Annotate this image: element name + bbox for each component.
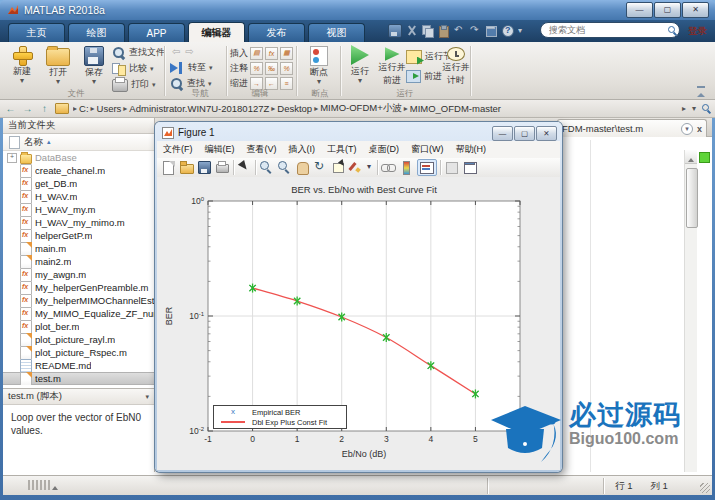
figure-toolbar-icon[interactable] [349, 160, 364, 175]
details-collapse-icon[interactable]: ▾ [145, 393, 149, 401]
run-button[interactable]: 运行▾ [344, 45, 376, 87]
breadcrumb-item[interactable]: Users [97, 103, 122, 114]
edit-mini-icon[interactable]: % [250, 62, 263, 75]
tab-close-icon[interactable]: x [697, 124, 702, 134]
quick-access-icon[interactable]: ? [502, 25, 514, 37]
quick-access-icon[interactable] [438, 25, 450, 37]
file-row[interactable]: My_helperGenPreamble.m [3, 281, 154, 294]
scrollbar-thumb[interactable] [686, 168, 698, 228]
figure-menu-item[interactable]: 插入(I) [283, 143, 322, 156]
quick-access-icon[interactable] [422, 25, 434, 37]
figure-toolbar-icon[interactable] [259, 160, 274, 175]
open-button[interactable]: 打开▾ [42, 45, 74, 87]
figure-maximize-button[interactable]: ▢ [514, 126, 535, 141]
figure-menu-item[interactable]: 工具(T) [321, 143, 363, 156]
figure-toolbar-icon[interactable] [331, 160, 346, 175]
find-files-button[interactable]: 查找文件 [112, 46, 165, 59]
edit-mini-icon[interactable]: ‰ [265, 62, 278, 75]
file-row[interactable]: + DataBase [3, 151, 154, 164]
figure-title-bar[interactable]: Figure 1 — ▢ ✕ [157, 124, 560, 141]
breadcrumb-item[interactable]: MIMO_OFDM-master [410, 103, 501, 114]
nav-arrows[interactable]: ⇦ ⇨ [172, 45, 195, 58]
file-row[interactable]: plot_picture_Rspec.m [3, 346, 154, 359]
edit-row[interactable]: 插入 ▤ fx ▦ [230, 46, 293, 60]
file-row[interactable]: plot_ber.m [3, 320, 154, 333]
search-input[interactable] [547, 24, 668, 36]
resize-grip[interactable] [700, 483, 710, 493]
file-row[interactable]: main.m [3, 242, 154, 255]
current-folder-header[interactable]: 当前文件夹 [3, 118, 154, 134]
address-nav-icon[interactable]: → [21, 102, 34, 115]
print-button[interactable]: 打印▾ [112, 78, 156, 91]
figure-toolbar-icon[interactable] [444, 160, 459, 175]
close-button[interactable]: ✕ [682, 2, 709, 18]
address-search-icon[interactable] [702, 104, 711, 113]
details-header[interactable]: test.m (脚本) ▾ [3, 389, 154, 405]
figure-toolbar-icon[interactable] [440, 160, 441, 175]
figure-toolbar-icon[interactable] [197, 160, 212, 175]
figure-toolbar-icon[interactable] [161, 160, 176, 175]
figure-toolbar-icon[interactable] [462, 160, 477, 175]
file-row[interactable]: My_MIMO_Equalize_ZF_numS [3, 307, 154, 320]
ribbon-tab-6[interactable]: 视图 [308, 23, 365, 42]
quick-access-icon[interactable]: ↶ [454, 25, 466, 37]
figure-close-button[interactable]: ✕ [536, 126, 557, 141]
quick-access-icon[interactable]: ▾ [518, 25, 530, 37]
figure-menu-item[interactable]: 窗口(W) [405, 143, 450, 156]
quick-access-icon[interactable] [388, 24, 402, 38]
file-row[interactable]: create_chanel.m [3, 164, 154, 177]
figure-toolbar-icon[interactable] [255, 160, 256, 175]
ribbon-tab-5[interactable]: 发布 [248, 23, 305, 42]
ribbon-tab-3[interactable]: APP [128, 23, 185, 42]
tab-menu-icon[interactable]: ▾ [681, 123, 693, 135]
address-dropdown-icon[interactable]: ▾ [692, 104, 696, 113]
collapse-ribbon-button[interactable] [697, 86, 707, 94]
edit-mini-icon[interactable]: ▤ [250, 47, 263, 60]
status-grip[interactable] [28, 480, 50, 490]
advance-button[interactable]: 前进 [406, 70, 442, 83]
scrollbar-up-arrow[interactable] [685, 150, 697, 164]
file-row[interactable]: H_WAV.m [3, 190, 154, 203]
breadcrumb-item[interactable]: Desktop [277, 103, 312, 114]
figure-toolbar-icon[interactable] [381, 160, 396, 175]
run-and-advance-button[interactable]: 运行并前进 [376, 45, 408, 87]
address-nav-icon[interactable]: ← [4, 102, 17, 115]
breakpoints-button[interactable]: 断点▾ [302, 45, 336, 87]
edit-row[interactable]: 注释 % ‰ % [230, 61, 293, 75]
doc-search-box[interactable] [540, 22, 680, 38]
address-nav-icon[interactable]: ↑ [38, 102, 51, 115]
figure-toolbar-icon[interactable] [233, 160, 234, 175]
figure-toolbar-icon[interactable]: ↻ [313, 160, 328, 175]
quick-access-icon[interactable] [486, 25, 498, 37]
editor-tab-test-m[interactable]: FDM-master\test.m ▾ x [557, 119, 707, 137]
figure-toolbar-icon[interactable] [237, 160, 252, 175]
editor-message-indicator[interactable] [699, 152, 710, 163]
file-row[interactable]: my_awgn.m [3, 268, 154, 281]
run-and-time-button[interactable]: 运行并计时 [440, 45, 472, 87]
file-row[interactable]: plot_picture_rayl.m [3, 333, 154, 346]
file-row[interactable]: helperGetP.m [3, 229, 154, 242]
figure-menu-item[interactable]: 编辑(E) [199, 143, 241, 156]
search-icon[interactable] [668, 26, 677, 35]
figure-toolbar-icon[interactable] [277, 160, 292, 175]
figure-toolbar-icon[interactable] [179, 160, 194, 175]
minimize-button[interactable]: — [626, 2, 653, 18]
figure-toolbar-icon[interactable] [377, 160, 378, 175]
figure-menu-item[interactable]: 文件(F) [157, 143, 199, 156]
compare-button[interactable]: 比较▾ [112, 62, 154, 75]
edit-mini-icon[interactable]: ▦ [280, 47, 293, 60]
figure-toolbar-icon[interactable] [417, 159, 437, 176]
figure-toolbar-icon[interactable] [295, 160, 310, 175]
file-row[interactable]: get_DB.m [3, 177, 154, 190]
breadcrumb-item[interactable]: Administrator.WIN7U-20180127Z [129, 103, 269, 114]
maximize-button[interactable]: ▢ [654, 2, 681, 18]
address-nav-icon[interactable] [55, 103, 69, 114]
figure-menu-item[interactable]: 桌面(D) [363, 143, 406, 156]
new-button[interactable]: 新建▾ [6, 45, 38, 87]
figure-menu-item[interactable]: 帮助(H) [450, 143, 493, 156]
breadcrumb-item[interactable]: MIMO-OFDM+小波 [320, 102, 402, 115]
name-column-header[interactable]: 名称 ▴ [3, 134, 154, 151]
breadcrumb-item[interactable]: C: [79, 103, 89, 114]
quick-access-icon[interactable] [406, 25, 418, 37]
ribbon-tab-4[interactable]: 编辑器 [188, 22, 245, 42]
